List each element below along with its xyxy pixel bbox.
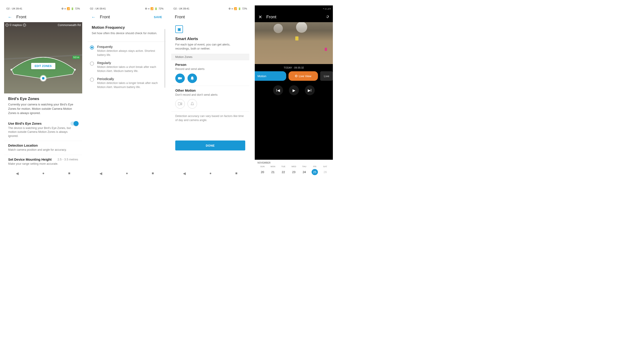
battery-percent: 72% [242,7,247,10]
battery-icon: 🔋 [71,7,74,10]
section-desc: For each type of event, you can get aler… [175,42,245,51]
frequency-option[interactable]: Frequently Motion detection always stays… [88,42,166,58]
svg-point-1 [74,69,76,71]
row-title: Set Device Mounting Height [8,158,52,161]
section-title: Bird's Eye Zones [8,97,78,101]
svg-point-0 [11,69,12,71]
page-title: Front [175,14,185,19]
calendar-day[interactable]: 25 [312,169,318,175]
nav-recent-icon[interactable]: ■ [235,171,238,175]
video-preview[interactable] [255,22,333,64]
calendar-day-name: FRI [310,165,320,168]
page-title: Front [100,14,110,19]
calendar-day[interactable]: 26 [320,169,330,175]
birds-eye-section: Bird's Eye Zones Currently your camera i… [4,93,82,119]
nav-recent-icon[interactable]: ■ [152,171,154,175]
live-chip[interactable]: Live [320,71,333,81]
nav-home-icon[interactable]: ● [42,171,44,175]
row-sub: The device is watching your Bird's Eye Z… [8,126,78,138]
calendar-day-name: SUN [258,165,268,168]
alert-toggle[interactable] [188,99,197,109]
calendar-day[interactable]: 24 [299,169,309,175]
motion-frequency-intro: Motion Frequency Set how often this devi… [88,22,166,38]
row-title: Use Bird's Eye Zones [8,122,42,125]
scrollbar[interactable] [164,29,165,88]
calendar-day-name: SAT [320,165,330,168]
status-icons: ⚙ ∞ 📶 [145,7,154,10]
other-motion-block: Other Motion Don't record and don't send… [171,86,249,112]
nav-home-icon[interactable]: ● [210,171,212,175]
gear-icon[interactable] [325,14,329,19]
screen-timeline-playback: ● ▬ ◢ ▮ ✕ Front TODAY - 09:35:32 Motion … [255,5,333,177]
screen-smart-alerts: O2 - UK 09:41 ⚙ ∞ 📶 🔋 72% Front ▣ Smart … [171,5,249,177]
calendar-day-name: MON [268,165,278,168]
alert-title: Person [175,63,245,66]
toggle-switch[interactable] [70,121,78,126]
record-dot-icon [295,75,297,77]
nav-back-icon[interactable]: ◀ [100,171,102,176]
info-icon[interactable]: ⓘ [6,23,8,27]
nav-home-icon[interactable]: ● [126,171,128,175]
camera-position-pin[interactable] [40,75,46,81]
motion-chip[interactable]: Motion [255,71,286,81]
play-button[interactable]: ▶ [289,85,299,95]
battery-percent: 72% [158,7,164,10]
live-view-chip[interactable]: Live View [288,71,318,81]
calendar-day[interactable]: 21 [268,169,278,175]
header: ← Front SAVE [88,12,166,22]
done-button[interactable]: DONE [175,140,245,150]
event-timeline-chips: Motion Live View Live [255,71,333,81]
calendar-day[interactable]: 22 [278,169,288,175]
calendar-day-name: TUE [278,165,288,168]
radio-icon[interactable] [90,45,94,49]
option-title: Regularly [97,61,162,65]
timeline-scrubber[interactable] [255,97,333,160]
back-icon[interactable]: ← [8,14,12,20]
mounting-height-row[interactable]: Set Device Mounting Height 2.5 - 3.5 met… [4,155,82,169]
svg-rect-3 [178,103,181,105]
alert-sub: Record and send alerts [175,67,245,71]
use-birds-eye-toggle-row[interactable]: Use Bird's Eye Zones The device is watch… [4,119,82,141]
row-sub: Match camera position and angle for accu… [8,148,78,152]
option-desc: Motion detection takes a short break aft… [97,65,162,73]
nav-recent-icon[interactable]: ■ [68,171,70,175]
android-nav-bar: ◀ ● ■ [171,169,249,177]
distance-badge: 9.0 m [72,56,80,59]
radio-icon[interactable] [90,78,94,82]
status-bar: O2 - UK 09:41 ⚙ ∞ 📶 🔋 72% [88,5,166,12]
next-button[interactable]: ▶I [305,85,315,95]
frequency-option[interactable]: Regularly Motion detection takes a short… [88,58,166,74]
option-desc: Motion detection takes a longer break af… [97,81,162,89]
frequency-options: Frequently Motion detection always stays… [88,42,166,90]
row-title: Detection Location [8,144,78,147]
back-icon[interactable]: ← [91,14,96,20]
calendar-day[interactable]: 20 [258,169,268,175]
alert-sub: Don't record and don't send alerts [175,93,245,97]
row-sub: Make your range setting more accurate. [8,162,78,166]
prev-button[interactable]: I◀ [273,85,283,95]
edit-zones-button[interactable]: EDIT ZONES [31,63,55,69]
radio-icon[interactable] [90,61,94,66]
person-alert-block: Person Record and send alerts [171,60,249,86]
section-desc: Currently your camera is watching your B… [8,102,78,115]
section-motion-zones: Motion Zones [171,54,249,60]
camera-aerial-preview[interactable]: ⓘ © mapbox ⓘ Commonwealth Rd 9.0 m EDIT … [4,22,82,93]
save-button[interactable]: SAVE [154,15,162,19]
frequency-option[interactable]: Periodically Motion detection takes a lo… [88,74,166,90]
map-attribution: ⓘ © mapbox ⓘ [6,23,26,27]
header: ← Front [4,12,82,22]
playback-controls: I◀ ▶ ▶I [255,81,333,97]
info-icon[interactable]: ⓘ [23,23,26,27]
alert-title: Other Motion [175,89,245,92]
header: ✕ Front [255,12,333,22]
alert-toggle[interactable] [188,73,197,83]
nav-back-icon[interactable]: ◀ [183,171,186,176]
record-toggle[interactable] [175,99,185,109]
close-icon[interactable]: ✕ [258,14,262,20]
detection-location-row[interactable]: Detection Location Match camera position… [4,141,82,155]
header: Front [171,12,249,22]
nav-back-icon[interactable]: ◀ [16,171,18,176]
page-title: Front [16,14,26,19]
record-toggle[interactable] [175,73,185,83]
calendar-day[interactable]: 23 [289,169,299,175]
